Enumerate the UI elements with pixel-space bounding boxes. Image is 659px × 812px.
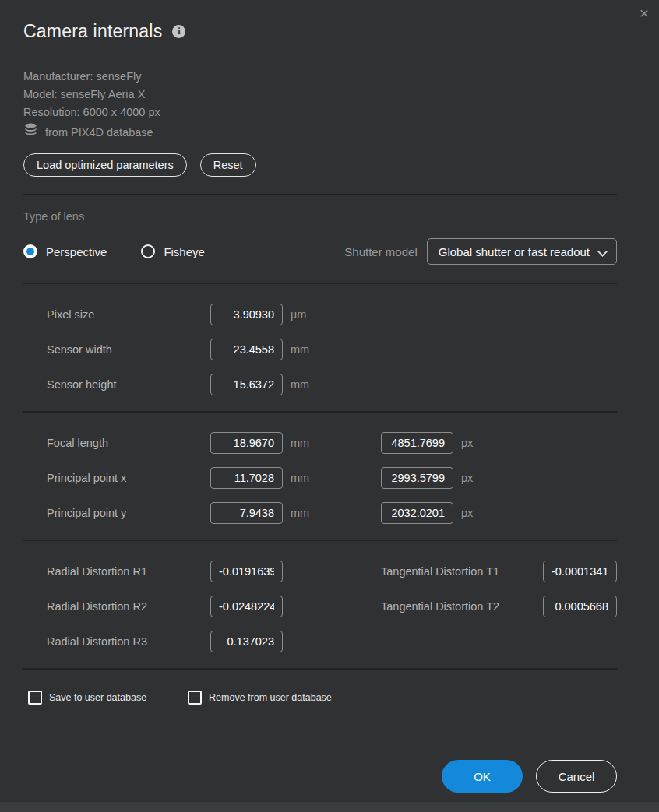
radial-r2-label: Radial Distortion R2: [47, 600, 210, 613]
sensor-height-unit: mm: [291, 378, 314, 391]
sensor-width-input[interactable]: [210, 339, 283, 360]
divider: [23, 194, 617, 195]
camera-internals-dialog: × Camera internals i Manufacturer: sense…: [0, 0, 659, 802]
type-of-lens-label: Type of lens: [23, 210, 617, 223]
distortion-row-3: Radial Distortion R3: [23, 624, 617, 659]
tangential-t1-input[interactable]: [543, 561, 617, 582]
principal-point-y-row: Principal point y mm px: [23, 495, 617, 530]
cancel-button[interactable]: Cancel: [536, 760, 617, 793]
focal-section: Focal length mm px Principal point x mm …: [23, 413, 617, 540]
shutter-model-label: Shutter model: [344, 245, 417, 258]
radio-perspective-label: Perspective: [46, 245, 107, 258]
app-background-sliver: [0, 802, 659, 812]
radial-r1-label: Radial Distortion R1: [47, 565, 210, 578]
tangential-t1-label: Tangential Distortion T1: [381, 565, 543, 578]
database-icon: [23, 123, 38, 142]
principal-point-y-px-unit: px: [461, 507, 485, 519]
principal-point-x-px-input[interactable]: [381, 467, 453, 489]
divider: [23, 668, 617, 670]
principal-point-y-label: Principal point y: [47, 507, 210, 519]
save-to-user-database-label: Save to user database: [49, 692, 146, 703]
shutter-model-dropdown[interactable]: Global shutter or fast readout: [427, 238, 617, 265]
sensor-width-row: Sensor width mm: [23, 332, 617, 367]
resolution-text: Resolution: 6000 x 4000 px: [23, 104, 617, 121]
principal-point-x-mm-unit: mm: [291, 472, 314, 484]
dialog-footer: OK Cancel: [23, 760, 617, 793]
reset-button[interactable]: Reset: [200, 153, 256, 177]
remove-from-user-database-checkbox[interactable]: [188, 691, 202, 705]
manufacturer-text: Manufacturer: senseFly: [23, 68, 617, 86]
principal-point-y-mm-input[interactable]: [210, 502, 283, 524]
focal-length-mm-input[interactable]: [210, 432, 283, 454]
focal-length-px-input[interactable]: [381, 432, 453, 454]
remove-from-user-database-label: Remove from user database: [209, 692, 332, 703]
principal-point-y-mm-unit: mm: [291, 507, 314, 519]
radio-perspective[interactable]: Perspective: [23, 244, 107, 258]
tangential-t2-input[interactable]: [543, 596, 617, 617]
focal-length-mm-unit: mm: [291, 437, 314, 449]
sensor-height-label: Sensor height: [47, 378, 210, 391]
principal-point-x-mm-input[interactable]: [210, 467, 283, 489]
radial-r3-label: Radial Distortion R3: [47, 635, 210, 648]
sensor-height-row: Sensor height mm: [23, 367, 617, 402]
principal-point-x-px-unit: px: [461, 472, 485, 484]
distortion-row-2: Radial Distortion R2 Tangential Distorti…: [23, 589, 617, 624]
close-icon[interactable]: ×: [640, 5, 649, 21]
radial-r2-input[interactable]: [210, 596, 283, 617]
database-options-row: Save to user database Remove from user d…: [23, 690, 617, 705]
sensor-width-label: Sensor width: [47, 343, 210, 356]
sensor-width-unit: mm: [291, 343, 314, 356]
ok-button[interactable]: OK: [442, 760, 523, 793]
focal-length-label: Focal length: [47, 437, 210, 449]
focal-length-px-unit: px: [461, 437, 485, 449]
pixel-size-unit: µm: [291, 308, 314, 321]
principal-point-y-px-input[interactable]: [381, 502, 453, 524]
distortion-row-1: Radial Distortion R1 Tangential Distorti…: [23, 554, 617, 589]
pixel-size-row: Pixel size µm: [23, 297, 617, 332]
save-to-user-database-checkbox[interactable]: [28, 691, 42, 705]
focal-length-row: Focal length mm px: [23, 425, 617, 460]
principal-point-x-label: Principal point x: [47, 472, 210, 484]
dialog-header: Camera internals i: [23, 0, 617, 42]
chevron-down-icon: [599, 246, 607, 254]
sensor-height-input[interactable]: [210, 374, 283, 395]
pixel-size-input[interactable]: [210, 304, 283, 325]
model-text: Model: senseFly Aeria X: [23, 86, 617, 104]
database-source-text: from PIX4D database: [45, 124, 153, 142]
radial-r3-input[interactable]: [210, 631, 283, 652]
radial-r1-input[interactable]: [210, 561, 283, 582]
shutter-model-value: Global shutter or fast readout: [439, 245, 590, 258]
info-icon[interactable]: i: [172, 25, 185, 38]
page-title: Camera internals: [23, 21, 162, 42]
distortion-section: Radial Distortion R1 Tangential Distorti…: [23, 541, 617, 668]
radio-unselected-icon[interactable]: [141, 244, 155, 258]
principal-point-x-row: Principal point x mm px: [23, 460, 617, 495]
tangential-t2-label: Tangential Distortion T2: [381, 600, 543, 613]
camera-meta: Manufacturer: senseFly Model: senseFly A…: [23, 68, 617, 142]
radio-fisheye-label: Fisheye: [164, 245, 205, 258]
pixel-size-label: Pixel size: [47, 308, 210, 321]
load-optimized-parameters-button[interactable]: Load optimized parameters: [23, 153, 187, 177]
radio-fisheye[interactable]: Fisheye: [141, 244, 205, 258]
radio-selected-icon[interactable]: [23, 244, 37, 258]
sensor-section: Pixel size µm Sensor width mm Sensor hei…: [23, 284, 617, 411]
